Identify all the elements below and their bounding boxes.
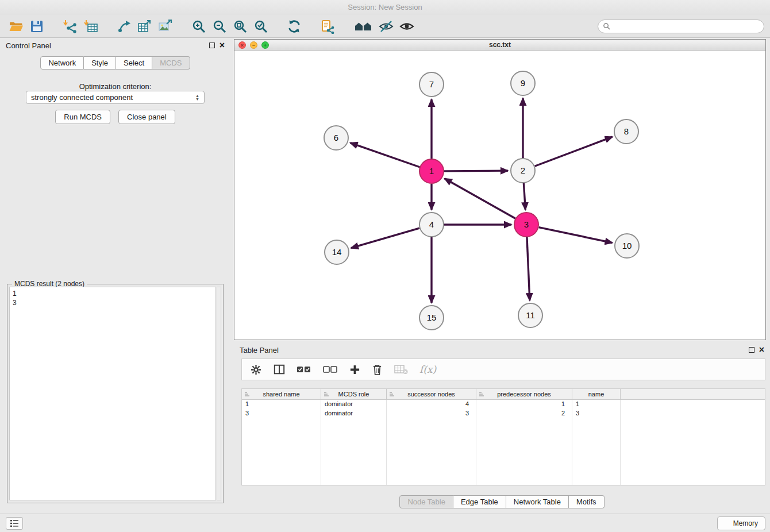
float-panel-icon[interactable] <box>209 43 215 48</box>
table-settings-button[interactable] <box>250 364 262 376</box>
node-11[interactable]: 11 <box>518 303 542 327</box>
zoom-selected-button[interactable] <box>251 17 271 36</box>
delete-table-icon <box>394 364 408 375</box>
eye-icon <box>399 19 414 34</box>
edge-2-3[interactable] <box>523 183 525 210</box>
float-table-panel-icon[interactable] <box>749 347 754 353</box>
network-view-window: × − + scc.txt 7968124314101511 <box>234 39 766 340</box>
import-table-button[interactable] <box>80 17 101 36</box>
node-6[interactable]: 6 <box>324 126 348 150</box>
tab-mcds[interactable]: MCDS <box>152 56 190 70</box>
save-session-button[interactable] <box>26 17 47 36</box>
edge-1-2[interactable] <box>444 171 508 171</box>
tab-motifs[interactable]: Motifs <box>569 495 605 508</box>
edge-4-14[interactable] <box>351 228 419 248</box>
node-7[interactable]: 7 <box>419 72 444 97</box>
node-table[interactable]: shared name MCDS role successor nodes pr… <box>241 388 765 485</box>
show-hide-button[interactable] <box>396 17 417 36</box>
maximize-window-icon[interactable]: + <box>261 41 269 49</box>
export-image-button[interactable] <box>155 17 176 36</box>
show-columns-button[interactable] <box>274 364 285 375</box>
close-panel-button[interactable]: Close panel <box>118 110 175 124</box>
search-box[interactable] <box>598 20 764 33</box>
column-header-shared-name[interactable]: shared name <box>242 389 321 399</box>
close-table-panel-icon[interactable]: × <box>759 347 764 353</box>
memory-button[interactable]: Memory <box>717 516 765 530</box>
search-icon <box>603 22 610 30</box>
control-panel-tabs: Network Style Select MCDS <box>0 56 230 70</box>
select-all-button[interactable] <box>297 364 311 375</box>
node-2[interactable]: 2 <box>511 159 535 183</box>
column-header-name[interactable]: name <box>572 389 621 399</box>
add-column-button[interactable] <box>349 364 360 375</box>
mcds-result-list[interactable]: 1 3 <box>9 287 216 500</box>
network-overview-button[interactable] <box>351 17 376 36</box>
tab-select[interactable]: Select <box>116 56 152 70</box>
node-4[interactable]: 4 <box>419 213 444 237</box>
tab-network[interactable]: Network <box>40 56 84 70</box>
search-input[interactable] <box>613 22 759 30</box>
table-toolbar: f(x) <box>241 358 765 380</box>
zoom-out-button[interactable] <box>209 17 230 36</box>
network-graph[interactable]: 7968124314101511 <box>234 51 765 340</box>
import-network-button[interactable] <box>60 17 80 36</box>
tab-network-table[interactable]: Network Table <box>506 495 569 508</box>
table-header-row: shared name MCDS role successor nodes pr… <box>242 389 765 400</box>
result-scrollbar[interactable] <box>217 287 221 500</box>
edge-3-1[interactable] <box>445 179 515 218</box>
edge-3-10[interactable] <box>539 228 613 243</box>
tab-style[interactable]: Style <box>84 56 116 70</box>
copy-view-button[interactable] <box>317 17 338 36</box>
node-label: 8 <box>624 126 629 136</box>
edge-2-8[interactable] <box>535 137 613 166</box>
deselect-all-button[interactable] <box>323 364 338 375</box>
tab-node-table[interactable]: Node Table <box>399 495 453 508</box>
refresh-view-button[interactable] <box>284 17 305 36</box>
cell-name: 3 <box>572 409 621 418</box>
style-preview-button[interactable] <box>376 17 396 36</box>
export-network-button[interactable] <box>114 17 134 36</box>
node-label: 7 <box>429 79 434 89</box>
run-mcds-button[interactable]: Run MCDS <box>55 110 110 124</box>
table-row[interactable]: 3 dominator 3 2 3 <box>242 409 765 418</box>
open-session-button[interactable] <box>6 17 26 36</box>
delete-column-button[interactable] <box>372 364 383 376</box>
unchecked-boxes-icon <box>323 364 338 375</box>
save-icon <box>29 19 44 34</box>
column-label: name <box>588 391 605 398</box>
zoom-in-button[interactable] <box>188 17 209 36</box>
close-window-icon[interactable]: × <box>238 41 246 49</box>
edge-3-11[interactable] <box>527 237 530 300</box>
node-label: 1 <box>429 166 434 176</box>
table-row[interactable]: 1 dominator 4 1 1 <box>242 400 765 409</box>
node-14[interactable]: 14 <box>325 240 349 264</box>
minimize-window-icon[interactable]: − <box>250 41 257 49</box>
result-line: 3 <box>13 298 213 307</box>
close-panel-icon[interactable]: × <box>220 43 225 48</box>
network-canvas[interactable]: 7968124314101511 <box>234 51 765 340</box>
node-15[interactable]: 15 <box>419 306 444 330</box>
delete-table-button <box>394 364 408 375</box>
network-window-titlebar[interactable]: × − + scc.txt <box>234 40 765 51</box>
console-button[interactable] <box>6 517 23 530</box>
column-header-mcds-role[interactable]: MCDS role <box>321 389 387 399</box>
node-1[interactable]: 1 <box>419 159 444 183</box>
criterion-dropdown[interactable]: strongly connected component ▲▼ <box>26 91 205 104</box>
node-10[interactable]: 10 <box>615 234 639 258</box>
table-panel-header: Table Panel × <box>234 342 770 357</box>
table-tabs: Node Table Edge Table Network Table Moti… <box>234 495 770 508</box>
tab-edge-table[interactable]: Edge Table <box>453 495 506 508</box>
zoom-fit-button[interactable] <box>230 17 251 36</box>
edge-1-6[interactable] <box>351 143 420 167</box>
zoom-in-icon <box>191 19 206 34</box>
cell-shared-name: 3 <box>242 409 321 418</box>
zoom-out-icon <box>212 19 227 34</box>
export-table-button[interactable] <box>134 17 155 36</box>
node-8[interactable]: 8 <box>614 119 638 144</box>
node-label: 9 <box>521 78 525 88</box>
eye-slash-icon <box>379 19 394 34</box>
column-header-successor-nodes[interactable]: successor nodes <box>387 389 476 399</box>
node-9[interactable]: 9 <box>511 71 535 95</box>
column-header-predecessor-nodes[interactable]: predecessor nodes <box>476 389 572 399</box>
node-3[interactable]: 3 <box>514 213 538 237</box>
